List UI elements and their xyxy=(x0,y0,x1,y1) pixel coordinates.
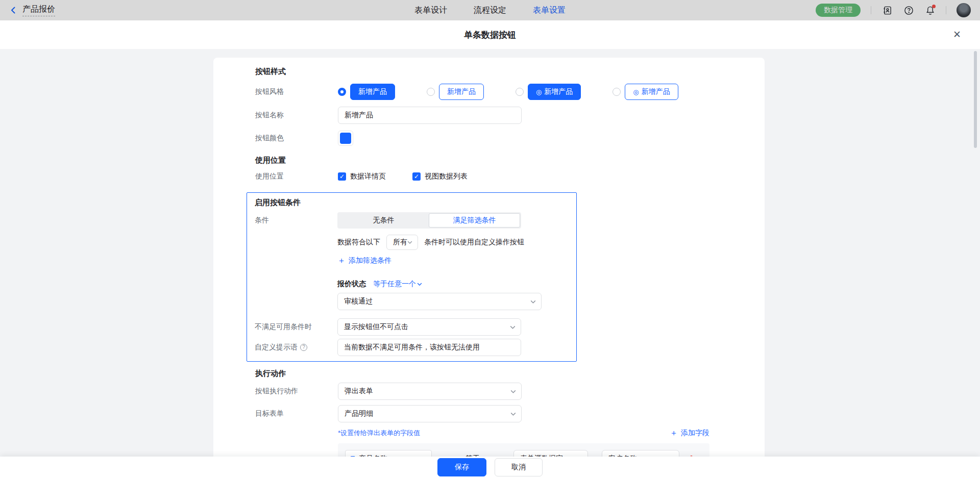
add-filter-row: ＋添加筛选条件 xyxy=(337,256,568,265)
radio-icon[interactable] xyxy=(612,88,621,96)
button-style-row: 按钮风格 新增产品 新增产品 ◎新增产品 ◎新增产品 xyxy=(255,84,765,100)
chevron-down-icon xyxy=(530,299,536,305)
notification-badge xyxy=(932,5,936,8)
checkbox-checked-icon[interactable]: ✓ xyxy=(412,172,421,181)
cancel-button[interactable]: 取消 xyxy=(495,458,543,476)
button-name-row: 按钮名称 xyxy=(255,107,765,124)
save-button[interactable]: 保存 xyxy=(437,458,486,476)
breadcrumb-form-name[interactable]: 产品报价 xyxy=(22,4,55,16)
unmet-condition-row: 不满足可用条件时 显示按钮但不可点击 xyxy=(255,318,568,336)
modal-body: 按钮样式 按钮风格 新增产品 新增产品 ◎新增产品 ◎新增产品 按钮名称 xyxy=(0,49,980,478)
plus-icon: ＋ xyxy=(337,257,346,264)
info-icon[interactable]: ? xyxy=(300,344,307,351)
fields-note-row: *设置传给弹出表单的字段值 ＋添加字段 xyxy=(338,429,709,438)
button-color-label: 按钮颜色 xyxy=(255,134,338,143)
radio-icon[interactable] xyxy=(516,88,524,96)
fields-note: *设置传给弹出表单的字段值 xyxy=(338,429,420,438)
plus-icon: ＋ xyxy=(670,430,678,437)
unmet-condition-select[interactable]: 显示按钮但不可点击 xyxy=(337,318,521,336)
demo-button-outline: 新增产品 xyxy=(439,84,484,100)
button-style-label: 按钮风格 xyxy=(255,87,338,96)
condition-label: 条件 xyxy=(255,216,337,225)
color-picker[interactable] xyxy=(338,131,353,146)
radio-icon[interactable] xyxy=(427,88,435,96)
button-name-input[interactable] xyxy=(338,107,522,124)
target-form-label: 目标表单 xyxy=(255,409,338,418)
match-prefix: 数据符合以下 xyxy=(337,238,380,247)
avatar[interactable] xyxy=(957,3,971,17)
match-rule-row: 数据符合以下 所有 条件时可以使用自定义操作按钮 xyxy=(337,235,568,250)
chevron-down-icon xyxy=(407,240,412,245)
demo-button-solid-icon: ◎新增产品 xyxy=(528,84,581,100)
topbar: 产品报价 表单设计 流程设定 表单设置 数据管理 xyxy=(0,0,980,20)
custom-tip-label: 自定义提示语 ? xyxy=(255,343,337,352)
target-form-row: 目标表单 产品明细 xyxy=(255,405,765,422)
modal-footer: 保存 取消 xyxy=(0,457,980,478)
color-swatch xyxy=(340,133,351,144)
button-name-label: 按钮名称 xyxy=(255,111,338,120)
match-select[interactable]: 所有 xyxy=(386,235,418,250)
tab-form-settings[interactable]: 表单设置 xyxy=(533,5,566,16)
style-option-solid-icon[interactable]: ◎新增产品 xyxy=(516,84,581,100)
checkbox-checked-icon[interactable]: ✓ xyxy=(338,172,346,181)
close-icon[interactable]: ✕ xyxy=(951,29,963,40)
button-color-row: 按钮颜色 xyxy=(255,131,765,146)
section-title-position: 使用位置 xyxy=(255,156,765,165)
chevron-down-icon xyxy=(510,324,516,330)
back-icon[interactable] xyxy=(9,6,17,14)
contacts-icon[interactable] xyxy=(881,5,893,16)
modal-title: 单条数据按钮 xyxy=(464,29,516,41)
bell-icon[interactable] xyxy=(924,5,936,16)
filter-operator-link[interactable]: 等于任意一个 xyxy=(373,280,422,289)
style-option-outline-icon[interactable]: ◎新增产品 xyxy=(612,84,678,100)
divider xyxy=(871,6,871,14)
radio-checked-icon[interactable] xyxy=(338,88,346,96)
checkbox-detail-page[interactable]: ✓ 数据详情页 xyxy=(338,172,386,181)
topbar-tabs: 表单设计 流程设定 表单设置 xyxy=(414,0,566,20)
demo-button-outline-icon: ◎新增产品 xyxy=(625,84,678,100)
modal-header: 单条数据按钮 ✕ xyxy=(0,20,980,49)
demo-button-solid: 新增产品 xyxy=(350,84,395,100)
chevron-down-icon xyxy=(510,411,516,417)
custom-tip-row: 自定义提示语 ? xyxy=(255,339,568,356)
checkbox-label: 视图数据列表 xyxy=(425,172,468,181)
action-label: 按钮执行动作 xyxy=(255,387,338,396)
segment-no-condition[interactable]: 无条件 xyxy=(338,213,429,228)
position-label: 使用位置 xyxy=(255,172,338,181)
filter-field-name: 报价状态 xyxy=(337,280,366,289)
checkbox-view-list[interactable]: ✓ 视图数据列表 xyxy=(412,172,468,181)
target-icon: ◎ xyxy=(536,88,542,96)
tab-flow-setting[interactable]: 流程设定 xyxy=(474,5,506,16)
target-form-select[interactable]: 产品明细 xyxy=(338,405,522,422)
unmet-condition-label: 不满足可用条件时 xyxy=(255,322,337,332)
section-title-condition: 启用按钮条件 xyxy=(255,198,568,208)
section-title-action: 执行动作 xyxy=(255,369,765,379)
tab-form-design[interactable]: 表单设计 xyxy=(414,5,447,16)
filter-value-select[interactable]: 审核通过 xyxy=(337,293,542,310)
condition-section-box: 启用按钮条件 条件 无条件 满足筛选条件 数据符合以下 所有 条件时可以使用自定… xyxy=(247,192,577,362)
filter-field-row: 报价状态 等于任意一个 xyxy=(337,280,568,289)
action-select[interactable]: 弹出表单 xyxy=(338,383,522,400)
condition-row: 条件 无条件 满足筛选条件 xyxy=(255,212,568,229)
segment-filter-condition[interactable]: 满足筛选条件 xyxy=(429,213,520,228)
section-title-button-style: 按钮样式 xyxy=(255,67,765,77)
divider xyxy=(946,6,946,14)
custom-tip-input[interactable] xyxy=(337,339,521,356)
add-filter-button[interactable]: ＋添加筛选条件 xyxy=(337,256,391,265)
chevron-down-icon xyxy=(510,389,516,394)
add-field-button[interactable]: ＋添加字段 xyxy=(670,429,709,438)
data-manage-button[interactable]: 数据管理 xyxy=(816,4,861,17)
scrollbar[interactable] xyxy=(974,51,977,148)
action-row: 按钮执行动作 弹出表单 xyxy=(255,383,765,400)
help-icon[interactable] xyxy=(903,5,914,16)
checkbox-label: 数据详情页 xyxy=(350,172,386,181)
settings-card: 按钮样式 按钮风格 新增产品 新增产品 ◎新增产品 ◎新增产品 按钮名称 xyxy=(213,58,765,478)
condition-segmented-control: 无条件 满足筛选条件 xyxy=(337,212,521,229)
style-option-outline[interactable]: 新增产品 xyxy=(427,84,484,100)
target-icon: ◎ xyxy=(633,88,639,96)
match-suffix: 条件时可以使用自定义操作按钮 xyxy=(424,238,524,247)
filter-value-row: 审核通过 xyxy=(337,293,568,310)
position-row: 使用位置 ✓ 数据详情页 ✓ 视图数据列表 xyxy=(255,172,765,181)
style-option-solid[interactable]: 新增产品 xyxy=(338,84,395,100)
